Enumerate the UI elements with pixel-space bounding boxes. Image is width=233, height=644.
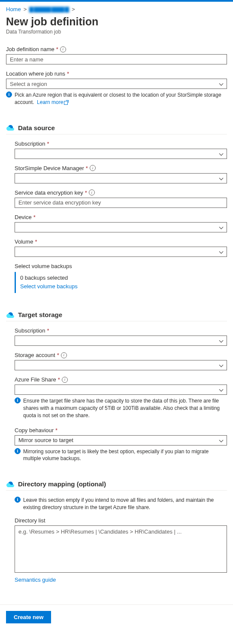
chevron-down-icon [219,225,223,229]
chevron-down-icon [219,363,223,367]
directory-mapping-header: Directory mapping (optional) [6,480,227,491]
page-subtitle: Data Transformation job [6,29,227,35]
ts-file-share-select[interactable] [15,385,227,395]
required-asterisk: * [47,140,49,147]
info-icon: i [15,448,21,454]
required-asterisk: * [86,165,88,171]
chevron-down-icon [219,388,223,392]
breadcrumb-current[interactable]: ▇▇▇▇▇▇▇▇▇ [29,6,69,12]
required-asterisk: * [67,70,69,77]
required-asterisk: * [55,427,57,433]
chevron-down-icon [219,82,223,86]
info-icon[interactable]: i [60,46,66,52]
ts-copy-behaviour-label: Copy behaviour [15,427,54,433]
target-storage-header: Target storage [6,311,227,321]
cloud-icon [6,125,15,131]
required-asterisk: * [47,327,49,334]
required-asterisk: * [85,189,87,196]
required-asterisk: * [35,238,37,245]
info-icon[interactable]: i [89,189,95,195]
location-learn-more-link[interactable]: Learn more [37,99,69,105]
info-icon: i [6,92,12,98]
chevron-down-icon [219,176,223,180]
backup-summary: 0 backups selected Select volume backups [15,272,227,293]
dm-info: Leave this section empty if you intend t… [23,497,227,511]
cloud-icon [6,481,15,487]
backup-status: 0 backups selected [20,274,227,283]
page-title: New job definition [6,15,227,28]
breadcrumb-home[interactable]: Home [6,6,21,12]
ts-copy-behaviour-value: Mirror source to target [18,437,73,443]
required-asterisk: * [57,352,59,358]
ds-device-select[interactable] [15,222,227,232]
dm-list-label: Directory list [15,517,45,524]
required-asterisk: * [33,214,36,220]
ds-encryption-key-input[interactable] [15,198,227,208]
ds-device-manager-label: StorSimple Device Manager [15,165,84,171]
location-label: Location where job runs [6,70,65,77]
ds-device-manager-select[interactable] [15,173,227,183]
select-backups-link[interactable]: Select volume backups [20,283,78,290]
ds-device-label: Device [15,214,32,220]
ts-subscription-label: Subscription [15,327,45,334]
info-icon[interactable]: i [90,165,96,171]
chevron-down-icon [219,152,223,156]
info-icon[interactable]: i [62,377,68,383]
info-icon: i [15,397,21,403]
data-source-header: Data source [6,124,227,134]
job-name-input[interactable] [6,54,227,64]
info-icon: i [15,497,21,503]
create-new-button[interactable]: Create new [6,611,51,623]
location-info-text: Pick an Azure region that is equivalent … [15,92,227,106]
ds-volume-label: Volume [15,238,33,245]
chevron-down-icon [219,339,223,343]
ds-subscription-label: Subscription [15,140,45,147]
job-name-label: Job definition name [6,46,54,52]
location-select[interactable]: Select a region [6,79,227,89]
chevron-right-icon: > [72,6,75,12]
ts-file-share-info: Ensure the target file share has the cap… [23,397,227,419]
ts-file-share-label: Azure File Share [15,376,56,383]
required-asterisk: * [56,46,58,52]
ds-encryption-key-label: Service data encryption key [15,189,83,196]
semantics-guide-link[interactable]: Semantics guide [15,577,56,583]
ds-subscription-select[interactable] [15,149,227,159]
ts-subscription-select[interactable] [15,336,227,346]
ds-backups-label: Select volume backups [15,263,72,269]
required-asterisk: * [58,376,60,383]
info-icon[interactable]: i [61,352,67,358]
ts-copy-behaviour-info: Mirroring source to target is likely the… [23,448,227,463]
chevron-right-icon: > [24,6,27,12]
breadcrumb: Home > ▇▇▇▇▇▇▇▇▇ > [6,6,227,12]
ts-copy-behaviour-select[interactable]: Mirror source to target [15,435,227,446]
chevron-down-icon [219,438,223,443]
ts-storage-account-select[interactable] [15,360,227,370]
ds-volume-select[interactable] [15,247,227,257]
ts-storage-account-label: Storage account [15,352,55,358]
cloud-icon [6,312,15,318]
external-link-icon [64,100,69,105]
dm-list-textarea[interactable] [15,525,227,573]
chevron-down-icon [219,250,223,254]
location-select-value: Select a region [10,81,47,87]
